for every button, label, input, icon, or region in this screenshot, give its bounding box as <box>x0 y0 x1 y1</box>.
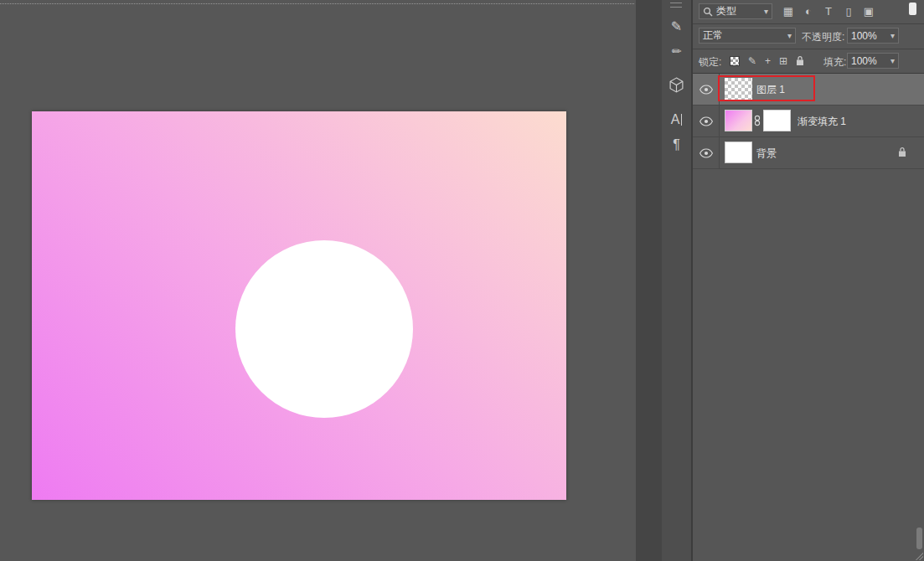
eye-icon <box>699 148 713 158</box>
gradient-fill-thumbnail[interactable] <box>725 110 752 131</box>
scrollbar-thumb[interactable] <box>916 528 922 549</box>
pixel-layers-filter-icon[interactable]: ▦ <box>782 5 795 18</box>
panel-gutter <box>636 0 662 561</box>
background-thumbnail[interactable] <box>725 142 752 163</box>
layer-name[interactable]: 背景 <box>756 147 777 161</box>
lock-all-icon[interactable] <box>796 55 804 66</box>
paragraph-icon: ¶ <box>673 137 680 152</box>
cube-icon <box>668 77 684 93</box>
chevron-down-icon: ▾ <box>787 31 792 40</box>
shape-layers-filter-icon[interactable]: ▯ <box>842 5 855 18</box>
chevron-down-icon: ▾ <box>890 56 895 65</box>
filter-icon-group: ▦ ◐ T ▯ ▣ <box>782 3 875 19</box>
type-layers-filter-icon[interactable]: T <box>822 5 835 18</box>
opacity-value: 100% <box>851 30 877 42</box>
brush-settings-panel-icon[interactable]: ✎ <box>662 13 691 39</box>
layer-thumbnail[interactable] <box>725 78 752 100</box>
photoshop-window: ✎ ✏ A ¶ 类型 ▾ <box>0 0 924 561</box>
layer-list: 图层 1 渐变填充 1 <box>693 74 924 169</box>
paragraph-panel-icon[interactable]: ¶ <box>662 132 691 157</box>
fill-input[interactable]: 100% ▾ <box>847 53 899 69</box>
layer-filter-toggle-icon[interactable] <box>909 3 916 15</box>
background-lock-icon <box>898 147 906 160</box>
lock-position-icon[interactable]: + <box>765 55 771 67</box>
blend-mode-dropdown[interactable]: 正常 ▾ <box>699 28 796 44</box>
filter-type-dropdown[interactable]: 类型 ▾ <box>699 3 772 19</box>
layer-name[interactable]: 渐变填充 1 <box>798 115 846 129</box>
lock-row: 锁定: ✎ + ⊞ 填充: 100% ▾ <box>693 49 924 74</box>
lock-paint-icon[interactable]: ✎ <box>748 55 756 67</box>
character-panel-icon[interactable]: A <box>662 107 691 132</box>
brushes-panel-icon[interactable]: ✏ <box>662 39 691 64</box>
layers-filter-row: 类型 ▾ ▦ ◐ T ▯ ▣ <box>693 0 924 24</box>
chevron-down-icon: ▾ <box>890 31 895 40</box>
canvas-boundary-dashed-line <box>0 3 634 4</box>
blend-mode-row: 正常 ▾ 不透明度: 100% ▾ <box>693 24 924 49</box>
character-a-icon: A <box>671 112 680 127</box>
pen-icon: ✏ <box>672 44 682 58</box>
layer-row-layer1[interactable]: 图层 1 <box>693 74 924 106</box>
lock-artboard-icon[interactable]: ⊞ <box>779 55 787 67</box>
smart-object-filter-icon[interactable]: ▣ <box>862 5 875 18</box>
brush-icon: ✎ <box>671 18 682 34</box>
layer-name[interactable]: 图层 1 <box>756 83 785 97</box>
search-icon <box>703 7 713 17</box>
blend-mode-value: 正常 <box>703 28 723 43</box>
lock-transparency-icon[interactable] <box>730 56 740 66</box>
adjustment-layers-filter-icon[interactable]: ◐ <box>802 5 815 18</box>
chevron-down-icon: ▾ <box>764 7 768 16</box>
filter-type-label: 类型 <box>716 4 736 18</box>
layer-row-gradient-fill[interactable]: 渐变填充 1 <box>693 106 924 137</box>
eye-icon <box>699 85 713 95</box>
opacity-label: 不透明度: <box>802 30 844 44</box>
layer-mask-thumbnail[interactable] <box>763 110 791 131</box>
eye-icon <box>699 116 713 126</box>
visibility-toggle[interactable] <box>693 74 720 105</box>
layer-mask-link-icon[interactable] <box>754 115 761 129</box>
layer-row-background[interactable]: 背景 <box>693 137 924 169</box>
3d-panel-icon[interactable] <box>662 72 691 97</box>
lock-label: 锁定: <box>699 55 721 69</box>
layers-panel: 类型 ▾ ▦ ◐ T ▯ ▣ 正常 ▾ 不透明度: 100% ▾ <box>693 0 924 561</box>
opacity-input[interactable]: 100% ▾ <box>847 28 899 44</box>
fill-value: 100% <box>851 55 877 67</box>
text-cursor-bar <box>681 114 682 126</box>
panel-resize-grip[interactable] <box>915 552 923 560</box>
white-circle-shape <box>235 240 413 418</box>
document-canvas[interactable] <box>32 111 566 500</box>
fill-label: 填充: <box>823 55 846 69</box>
canvas-area[interactable] <box>0 0 636 561</box>
visibility-toggle[interactable] <box>693 106 720 136</box>
panel-dock: ✎ ✏ A ¶ <box>662 0 693 561</box>
dock-grip[interactable] <box>670 3 682 8</box>
visibility-toggle[interactable] <box>693 137 720 168</box>
lock-icon-group: ✎ + ⊞ <box>730 53 804 69</box>
